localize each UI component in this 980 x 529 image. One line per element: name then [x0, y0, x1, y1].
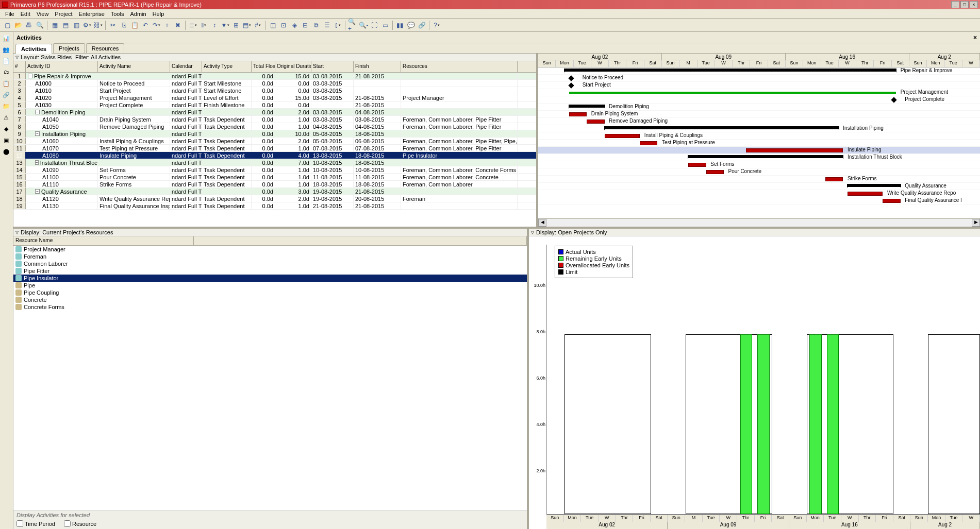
- resource-panel[interactable]: ▽ Display: Current Project's Resources R…: [13, 229, 529, 529]
- tb-view1-icon[interactable]: ◫: [268, 20, 278, 30]
- menu-help[interactable]: Help: [150, 10, 168, 18]
- tb-link-icon[interactable]: 🔗: [417, 20, 427, 30]
- gantt-bar[interactable]: [605, 126, 839, 129]
- tb-del-icon[interactable]: ✖: [173, 20, 183, 30]
- list-item[interactable]: Pipe Insulator: [13, 275, 527, 282]
- side-exp-icon[interactable]: 📁: [1, 101, 11, 111]
- tb-open-icon[interactable]: 📂: [13, 20, 23, 30]
- resource-col-name[interactable]: Resource Name: [13, 236, 194, 245]
- table-row[interactable]: 12A1080Insulate Pipingndard Full TimeTas…: [13, 152, 536, 159]
- col-header[interactable]: Start: [311, 61, 354, 72]
- tb-print-icon[interactable]: 🖶: [24, 20, 34, 30]
- radio-time-period[interactable]: Time Period: [16, 520, 55, 527]
- tb-cut-icon[interactable]: ✂: [108, 20, 118, 30]
- side-act-icon[interactable]: 📋: [1, 78, 11, 89]
- tb-note-icon[interactable]: 💬: [406, 20, 416, 30]
- resource-chart[interactable]: Actual UnitsRemaining Early UnitsOverall…: [529, 236, 980, 529]
- table-row[interactable]: 4A1020Project Managementndard Full TimeL…: [13, 94, 536, 101]
- table-row[interactable]: 6−Demolition Pipingndard Full Time0.0d2.…: [13, 109, 536, 116]
- collapse-icon[interactable]: −: [35, 189, 40, 194]
- title-bar[interactable]: Primavera P6 Professional R15.1 : PIPE R…: [0, 0, 980, 9]
- tb-add-icon[interactable]: +: [162, 20, 172, 30]
- tb-filter-icon[interactable]: ▼: [220, 20, 230, 30]
- activity-grid[interactable]: ▽ Layout: Swiss Rides Filter: All Activi…: [13, 54, 538, 227]
- tb-view4-icon[interactable]: ⊟: [300, 20, 310, 30]
- side-rpt-icon[interactable]: 📄: [1, 56, 11, 66]
- scroll-right-icon[interactable]: ▶: [972, 219, 980, 227]
- list-item[interactable]: Project Manager: [13, 246, 527, 253]
- tb-zoomout-icon[interactable]: 🔍-: [358, 20, 369, 30]
- menu-view[interactable]: View: [34, 10, 52, 18]
- table-row[interactable]: 3A1010Start Projectndard Full TimeStart …: [13, 87, 536, 94]
- list-item[interactable]: Common Laborer: [13, 260, 527, 267]
- table-row[interactable]: 14A1090Set Formsndard Full TimeTask Depe…: [13, 166, 536, 174]
- tb-view3-icon[interactable]: ◈: [289, 20, 300, 30]
- gantt-bar[interactable]: [848, 184, 901, 187]
- tab-resources[interactable]: Resources: [86, 43, 125, 53]
- list-item[interactable]: Foreman: [13, 253, 527, 260]
- col-header[interactable]: Activity Type: [202, 61, 252, 72]
- gantt-bar[interactable]: [688, 163, 706, 167]
- layout-bar[interactable]: ▽ Layout: Swiss Rides Filter: All Activi…: [13, 54, 536, 61]
- tb-new-icon[interactable]: ▢: [2, 20, 12, 30]
- gantt-bar[interactable]: [564, 69, 896, 72]
- grid-body[interactable]: 1−Pipe Repair & Improvendard Full Time0.…: [13, 73, 536, 227]
- chart-display-bar[interactable]: ▽ Display: Open Projects Only: [529, 229, 980, 236]
- tb-copy-icon[interactable]: ⎘: [119, 20, 129, 30]
- side-wbs-icon[interactable]: 🗂: [1, 67, 11, 77]
- gantt-bar[interactable]: [891, 97, 896, 103]
- menu-file[interactable]: File: [2, 10, 18, 18]
- table-row[interactable]: 15A1100Pour Concretendard Full TimeTask …: [13, 174, 536, 181]
- gantt-bar[interactable]: [569, 112, 587, 116]
- tb-zoomfit-icon[interactable]: ⛶: [369, 20, 379, 30]
- tb-indent-icon[interactable]: ≣: [188, 20, 198, 30]
- tb-layout1-icon[interactable]: ▦: [49, 20, 60, 30]
- collapse-icon[interactable]: −: [35, 110, 40, 114]
- list-item[interactable]: Concrete: [13, 296, 527, 303]
- radio-resource[interactable]: Resource: [64, 520, 96, 527]
- close-button[interactable]: ×: [970, 1, 978, 8]
- table-row[interactable]: 19A1130Final Quality Assurance Inspectio…: [13, 202, 536, 210]
- gantt-bar[interactable]: [587, 120, 604, 124]
- tb-split-icon[interactable]: ▭: [380, 20, 390, 30]
- collapse-icon[interactable]: −: [28, 74, 32, 78]
- resource-list[interactable]: Project ManagerForemanCommon LaborerPipe…: [13, 246, 527, 510]
- table-row[interactable]: 10A1060Install Piping & Couplingsndard F…: [13, 138, 536, 145]
- menu-project[interactable]: Project: [52, 10, 75, 18]
- col-header[interactable]: Resources: [401, 61, 518, 72]
- maximize-button[interactable]: □: [960, 1, 969, 8]
- table-row[interactable]: 13−Installation Thrust Blockndard Full T…: [13, 159, 536, 166]
- table-row[interactable]: 16A1110Strike Formsndard Full TimeTask D…: [13, 181, 536, 188]
- gantt-bar[interactable]: [569, 92, 896, 94]
- col-header[interactable]: Calendar: [170, 61, 202, 72]
- tb-view6-icon[interactable]: ☰: [322, 20, 332, 30]
- table-row[interactable]: 7A1040Drain Piping Systemndard Full Time…: [13, 116, 536, 123]
- table-row[interactable]: 1−Pipe Repair & Improvendard Full Time0.…: [13, 73, 536, 80]
- menu-enterprise[interactable]: Enterprise: [76, 10, 108, 18]
- table-row[interactable]: 2A1000Notice to Proceedndard Full TimeSt…: [13, 80, 536, 87]
- menu-tools[interactable]: Tools: [108, 10, 127, 18]
- gantt-bar[interactable]: [848, 192, 883, 196]
- gantt-bar[interactable]: [825, 177, 843, 181]
- resource-display-bar[interactable]: ▽ Display: Current Project's Resources: [13, 229, 527, 236]
- table-row[interactable]: 11A1070Test Piping at Pressurendard Full…: [13, 145, 536, 152]
- tb-undo-icon[interactable]: ↶: [140, 20, 151, 30]
- gantt-bar[interactable]: [640, 141, 657, 145]
- scroll-left-icon[interactable]: ◀: [538, 219, 546, 227]
- side-iss-icon[interactable]: ⚠: [1, 112, 11, 123]
- list-item[interactable]: Pipe Coupling: [13, 289, 527, 296]
- table-row[interactable]: 9−Installation Pipingndard Full Time0.0d…: [13, 130, 536, 138]
- list-item[interactable]: Pipe: [13, 282, 527, 289]
- side-res-icon[interactable]: 👥: [1, 44, 11, 55]
- tb-paste-icon[interactable]: 📋: [129, 20, 140, 30]
- collapse-icon[interactable]: −: [35, 160, 39, 165]
- tb-bars-icon[interactable]: ▮▮: [395, 20, 405, 30]
- close-view-icon[interactable]: ×: [973, 34, 977, 41]
- tb-view5-icon[interactable]: ⧉: [311, 20, 321, 30]
- tb-view7-icon[interactable]: ⫿: [333, 20, 343, 30]
- list-item[interactable]: Pipe Fitter: [13, 267, 527, 275]
- col-header[interactable]: #: [13, 61, 26, 72]
- table-row[interactable]: 17−Quality Assurancendard Full Time0.0d3…: [13, 188, 536, 195]
- gantt-bar[interactable]: [568, 82, 574, 88]
- grid-header[interactable]: #Activity IDActivity NameCalendarActivit…: [13, 61, 536, 73]
